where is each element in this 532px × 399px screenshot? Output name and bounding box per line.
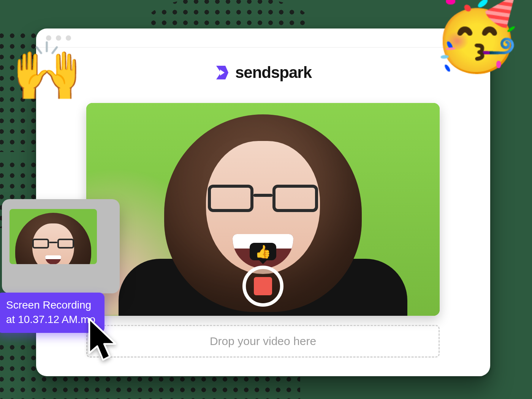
titlebar: [36, 28, 490, 48]
brand: sendspark: [36, 63, 490, 82]
dragged-file-card[interactable]: [2, 199, 120, 293]
thumbs-up-icon: 👍: [255, 244, 271, 259]
file-name-line2: at 10.37.12 AM.mo: [6, 314, 95, 325]
dropzone-label: Drop your video here: [210, 335, 316, 348]
party-face-emoji-icon: 🥳: [432, 0, 522, 69]
stop-icon: [254, 277, 272, 295]
sendspark-logo-icon: [215, 65, 230, 80]
video-preview: 👍: [86, 103, 440, 316]
file-name-line1: Screen Recording: [6, 299, 91, 311]
file-thumbnail: [10, 209, 97, 264]
cursor-pointer-icon: [85, 318, 123, 363]
reaction-tooltip: 👍: [250, 243, 276, 260]
brand-name: sendspark: [235, 63, 312, 82]
raising-hands-emoji-icon: 🙌: [11, 43, 82, 100]
stop-recording-button[interactable]: [242, 266, 283, 307]
video-dropzone[interactable]: Drop your video here: [86, 325, 440, 358]
